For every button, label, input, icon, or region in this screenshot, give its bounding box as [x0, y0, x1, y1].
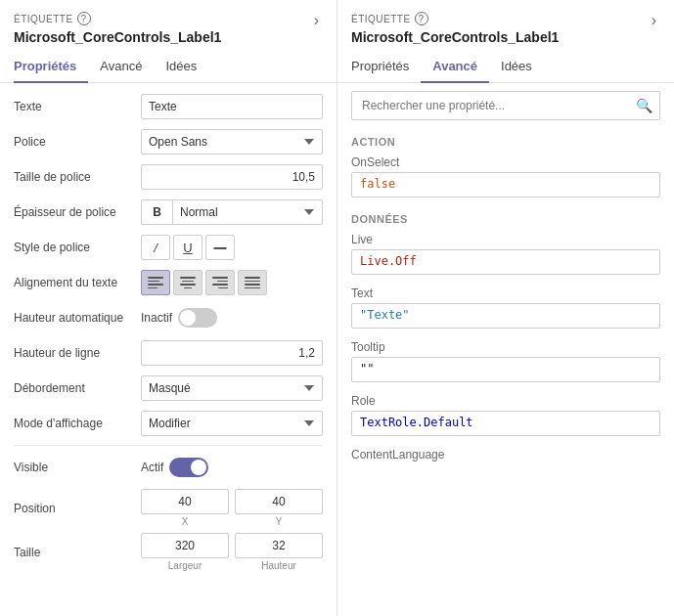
underline-button[interactable]: U	[173, 235, 202, 260]
right-panel-body: 🔍 ACTION OnSelect false DONNÉES Live Liv…	[337, 83, 674, 616]
pos-x-field: X	[141, 489, 229, 527]
font-weight-prefix: B	[141, 199, 172, 225]
right-panel-header: ÉTIQUETTE ? › Microsoft_CoreControls_Lab…	[337, 0, 674, 83]
right-tag-label: ÉTIQUETTE	[351, 14, 411, 24]
align-justify-icon	[245, 277, 260, 288]
texte-label: Texte	[14, 100, 141, 113]
alignement-label: Alignement du texte	[14, 276, 141, 289]
size-w-input[interactable]	[141, 533, 229, 558]
left-help-icon[interactable]: ?	[77, 12, 91, 25]
police-label: Police	[14, 135, 141, 149]
search-input[interactable]	[351, 91, 660, 120]
position-label: Position	[14, 502, 141, 515]
left-tag-label: ÉTIQUETTE	[14, 14, 73, 24]
taille-label: Taille	[14, 546, 141, 559]
epaisseur-label: Épaisseur de police	[14, 205, 141, 219]
right-nav-avance[interactable]: Avancé	[421, 53, 489, 83]
search-container: 🔍	[351, 91, 660, 120]
alignement-row: Alignement du texte	[14, 269, 323, 296]
text-prop: Text "Texte"	[337, 283, 674, 332]
right-help-icon[interactable]: ?	[415, 12, 428, 25]
left-chevron-button[interactable]: ›	[310, 12, 323, 29]
left-nav: Propriétés Avancé Idées	[14, 53, 323, 82]
visible-toggle[interactable]	[169, 458, 208, 477]
align-center-icon	[180, 277, 196, 288]
left-nav-avance[interactable]: Avancé	[88, 53, 154, 83]
epaisseur-control: B Normal	[141, 199, 323, 225]
visible-row: Visible Actif	[14, 454, 323, 481]
texte-input[interactable]	[141, 94, 323, 119]
onselect-name: OnSelect	[351, 155, 660, 169]
strikethrough-button[interactable]: —	[205, 235, 235, 260]
font-weight-row: B Normal	[141, 199, 323, 225]
mode-label: Mode d'affichage	[14, 417, 141, 430]
right-header-row: ÉTIQUETTE ? ›	[351, 12, 660, 29]
right-chevron-button[interactable]: ›	[648, 12, 660, 29]
contentlanguage-name: ContentLanguage	[351, 448, 660, 462]
right-panel-title: Microsoft_CoreControls_Label1	[351, 29, 660, 45]
role-value[interactable]: TextRole.Default	[351, 411, 660, 436]
tooltip-value[interactable]: ""	[351, 357, 660, 382]
right-panel: ÉTIQUETTE ? › Microsoft_CoreControls_Lab…	[337, 0, 674, 616]
size-w-field: Largeur	[141, 533, 229, 571]
alignement-control	[141, 270, 323, 295]
hauteur-auto-toggle[interactable]	[178, 308, 217, 328]
style-buttons: / U —	[141, 235, 323, 260]
hauteur-auto-state: Inactif	[141, 311, 172, 325]
align-left-button[interactable]	[141, 270, 170, 295]
hauteur-auto-control: Inactif	[141, 308, 323, 328]
debordement-control: Masqué	[141, 375, 323, 401]
align-right-icon	[212, 277, 228, 288]
position-row: Position X Y	[14, 489, 323, 527]
mode-row: Mode d'affichage Modifier	[14, 410, 323, 437]
police-select[interactable]: Open Sans	[141, 129, 323, 154]
pos-x-input[interactable]	[141, 489, 229, 514]
right-nav-proprietes[interactable]: Propriétés	[351, 53, 421, 83]
hauteur-ligne-row: Hauteur de ligne	[14, 339, 323, 367]
role-name: Role	[351, 394, 660, 408]
debordement-select[interactable]: Masqué	[141, 375, 323, 401]
size-h-input[interactable]	[235, 533, 323, 558]
pos-y-label: Y	[235, 516, 323, 527]
left-panel-title: Microsoft_CoreControls_Label1	[14, 29, 323, 45]
align-buttons	[141, 270, 323, 295]
hauteur-auto-toggle-group: Inactif	[141, 308, 323, 328]
left-tag: ÉTIQUETTE ?	[14, 12, 91, 25]
action-section-header: ACTION	[337, 128, 674, 152]
align-justify-button[interactable]	[238, 270, 267, 295]
live-name: Live	[351, 233, 660, 246]
tooltip-prop: Tooltip ""	[337, 336, 674, 386]
hauteur-ligne-input[interactable]	[141, 340, 323, 366]
right-nav-idees[interactable]: Idées	[489, 53, 544, 83]
mode-select[interactable]: Modifier	[141, 411, 323, 436]
visible-thumb	[191, 460, 206, 475]
hauteur-ligne-label: Hauteur de ligne	[14, 346, 141, 360]
align-center-button[interactable]	[173, 270, 202, 295]
debordement-row: Débordement Masqué	[14, 374, 323, 402]
style-police-control: / U —	[141, 235, 323, 260]
visible-state: Actif	[141, 461, 163, 474]
visible-label: Visible	[14, 461, 141, 474]
police-control: Open Sans	[141, 129, 323, 154]
italic-button[interactable]: /	[141, 235, 170, 260]
search-icon: 🔍	[636, 98, 652, 113]
taille-police-row: Taille de police	[14, 163, 323, 191]
onselect-value[interactable]: false	[351, 172, 660, 198]
pos-y-input[interactable]	[235, 489, 323, 514]
taille-police-input[interactable]	[141, 164, 323, 190]
pos-y-field: Y	[235, 489, 323, 527]
size-w-label: Largeur	[141, 560, 229, 571]
left-nav-proprietes[interactable]: Propriétés	[14, 53, 88, 83]
mode-control: Modifier	[141, 411, 323, 436]
left-panel: ÉTIQUETTE ? › Microsoft_CoreControls_Lab…	[0, 0, 337, 616]
right-tag: ÉTIQUETTE ?	[351, 12, 428, 25]
left-panel-body: Texte Police Open Sans Taille de police …	[0, 83, 337, 616]
visible-toggle-group: Actif	[141, 458, 323, 477]
live-value[interactable]: Live.Off	[351, 249, 660, 275]
text-value[interactable]: "Texte"	[351, 303, 660, 329]
align-right-button[interactable]	[205, 270, 235, 295]
pos-x-label: X	[141, 516, 229, 527]
font-weight-select[interactable]: Normal	[172, 199, 323, 225]
left-nav-idees[interactable]: Idées	[154, 53, 208, 83]
taille-police-control	[141, 164, 323, 190]
